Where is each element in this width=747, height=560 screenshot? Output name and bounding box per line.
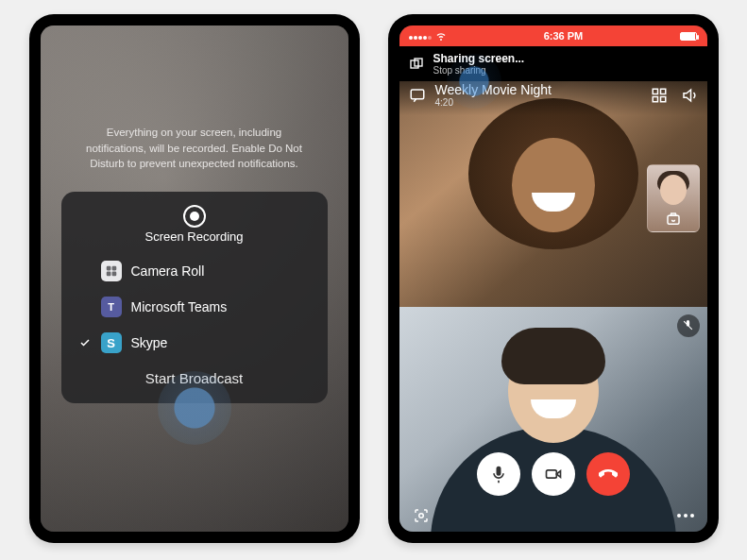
signal-icon (409, 30, 433, 42)
sheet-header: Screen Recording (69, 205, 320, 244)
phone-left: Everything on your screen, including not… (29, 14, 360, 543)
muted-icon (677, 314, 700, 337)
phone-right: 6:36 PM Sharing screen... Stop sharing W… (388, 14, 719, 543)
status-left (409, 30, 447, 42)
status-bar: 6:36 PM (399, 25, 707, 46)
battery-icon (680, 32, 697, 41)
screen-recording-sheet: Screen Recording Camera Roll T Microsoft… (61, 192, 328, 403)
svg-rect-3 (111, 272, 116, 277)
svg-point-13 (418, 514, 423, 518)
svg-rect-8 (660, 89, 665, 93)
video-area (399, 81, 707, 532)
microphone-button[interactable] (477, 452, 520, 496)
grid-icon[interactable] (651, 87, 668, 104)
svg-rect-10 (660, 96, 665, 101)
screen-left: Everything on your screen, including not… (41, 25, 348, 532)
svg-rect-11 (668, 215, 679, 224)
bottom-bar (399, 507, 707, 524)
call-title: Weekly Movie Night (435, 82, 637, 97)
banner-subtitle: Stop sharing (433, 65, 525, 76)
sheet-title: Screen Recording (69, 229, 320, 244)
app-label: Microsoft Teams (131, 299, 228, 314)
app-label: Skype (131, 335, 168, 350)
more-icon[interactable] (677, 514, 694, 518)
app-label: Camera Roll (131, 263, 205, 279)
svg-rect-6 (411, 90, 424, 99)
banner-text: Sharing screen... Stop sharing (433, 52, 525, 76)
call-controls (399, 452, 707, 496)
broadcast-target-skype[interactable]: S Skype (69, 325, 320, 361)
wifi-icon (435, 30, 447, 42)
end-call-button[interactable] (586, 452, 630, 496)
svg-rect-1 (111, 266, 116, 271)
svg-rect-12 (546, 470, 556, 478)
teams-icon: T (101, 297, 122, 317)
camera-button[interactable] (532, 452, 575, 496)
self-preview[interactable] (647, 164, 700, 232)
screen-right: 6:36 PM Sharing screen... Stop sharing W… (399, 25, 707, 532)
share-screen-icon (409, 57, 424, 72)
svg-rect-0 (106, 266, 110, 271)
chat-icon[interactable] (409, 87, 426, 104)
svg-rect-9 (653, 96, 657, 101)
status-right (680, 32, 697, 41)
record-icon (183, 205, 206, 228)
svg-rect-7 (653, 89, 657, 93)
status-time: 6:36 PM (544, 30, 584, 42)
broadcast-target-camera-roll[interactable]: Camera Roll (69, 253, 320, 289)
start-broadcast-button[interactable]: Start Broadcast (69, 361, 320, 388)
speaker-icon[interactable] (681, 87, 698, 104)
flip-camera-icon (665, 211, 682, 228)
skype-icon: S (101, 332, 122, 353)
banner-title: Sharing screen... (433, 52, 525, 65)
participant-tile[interactable] (399, 307, 707, 533)
recording-info-text: Everything on your screen, including not… (41, 125, 348, 172)
call-duration: 4:20 (435, 97, 637, 108)
checkmark-icon (78, 337, 92, 348)
call-header: Weekly Movie Night 4:20 (399, 76, 707, 115)
broadcast-target-teams[interactable]: T Microsoft Teams (69, 289, 320, 325)
capture-icon[interactable] (413, 507, 430, 524)
call-title-wrap: Weekly Movie Night 4:20 (435, 82, 637, 108)
camera-roll-icon (101, 261, 122, 281)
svg-rect-2 (106, 272, 110, 277)
